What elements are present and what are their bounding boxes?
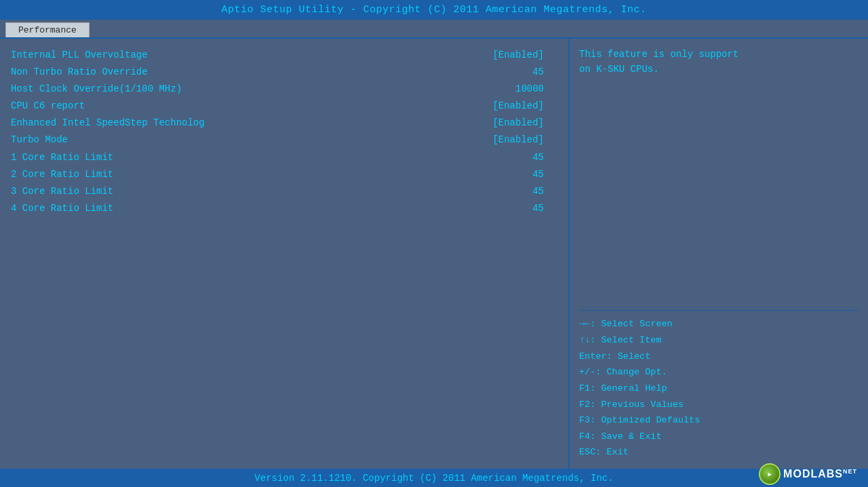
- performance-tab[interactable]: Performance: [5, 22, 90, 37]
- item-value-0: [Enabled]: [492, 47, 557, 63]
- menu-item-8[interactable]: 3 Core Ratio Limit45: [11, 183, 557, 200]
- logo-circle: ▶: [759, 463, 781, 485]
- key-help-item-1: ↑↓: Select Item: [579, 332, 859, 349]
- divider: [579, 310, 859, 311]
- key-help-item-6: F3: Optimized Defaults: [579, 412, 859, 429]
- left-panel: Internal PLL Overvoltage[Enabled]Non Tur…: [0, 39, 570, 469]
- item-name-4: Enhanced Intel SpeedStep Technolog: [11, 115, 205, 131]
- help-text: This feature is only supporton K-SKU CPU…: [579, 47, 859, 305]
- menu-item-3[interactable]: CPU C6 report[Enabled]: [11, 98, 557, 115]
- item-name-1: Non Turbo Ratio Override: [11, 64, 148, 80]
- tab-row: Performance: [0, 20, 868, 39]
- menu-item-5[interactable]: Turbo Mode[Enabled]: [11, 132, 557, 149]
- item-name-9: 4 Core Ratio Limit: [11, 201, 113, 216]
- menu-item-6[interactable]: 1 Core Ratio Limit45: [11, 149, 557, 166]
- menu-item-1[interactable]: Non Turbo Ratio Override45: [11, 64, 557, 81]
- right-panel: This feature is only supporton K-SKU CPU…: [570, 39, 868, 469]
- header-bar: Aptio Setup Utility - Copyright (C) 2011…: [0, 0, 868, 20]
- key-help-item-5: F2: Previous Values: [579, 397, 859, 413]
- key-help-item-7: F4: Save & Exit: [579, 429, 859, 445]
- item-name-8: 3 Core Ratio Limit: [11, 184, 113, 199]
- item-value-2: 10000: [515, 81, 557, 97]
- menu-item-2[interactable]: Host Clock Override(1/100 MHz)10000: [11, 81, 557, 98]
- item-name-3: CPU C6 report: [11, 98, 85, 114]
- item-name-6: 1 Core Ratio Limit: [11, 150, 113, 165]
- key-help: →←: Select Screen↑↓: Select ItemEnter: S…: [579, 316, 859, 461]
- header-title: Aptio Setup Utility - Copyright (C) 2011…: [221, 4, 646, 16]
- item-name-7: 2 Core Ratio Limit: [11, 167, 113, 182]
- key-help-item-3: +/-: Change Opt.: [579, 364, 859, 381]
- item-value-3: [Enabled]: [492, 98, 557, 114]
- menu-item-7[interactable]: 2 Core Ratio Limit45: [11, 166, 557, 183]
- item-name-0: Internal PLL Overvoltage: [11, 47, 148, 63]
- item-name-5: Turbo Mode: [11, 132, 68, 148]
- item-value-8: 45: [532, 184, 557, 199]
- footer-text: Version 2.11.1210. Copyright (C) 2011 Am…: [254, 473, 613, 484]
- logo-text: MODLABSNET: [783, 468, 857, 480]
- key-help-item-8: ESC: Exit: [579, 444, 859, 461]
- menu-item-0[interactable]: Internal PLL Overvoltage[Enabled]: [11, 47, 557, 64]
- main-area: Internal PLL Overvoltage[Enabled]Non Tur…: [0, 39, 868, 469]
- key-help-item-0: →←: Select Screen: [579, 316, 859, 332]
- item-value-5: [Enabled]: [492, 132, 557, 148]
- footer-logo: ▶ MODLABSNET: [759, 463, 857, 485]
- key-help-item-4: F1: General Help: [579, 381, 859, 397]
- key-help-item-2: Enter: Select: [579, 349, 859, 365]
- item-value-1: 45: [532, 64, 557, 80]
- item-name-2: Host Clock Override(1/100 MHz): [11, 81, 182, 97]
- menu-item-9[interactable]: 4 Core Ratio Limit45: [11, 200, 557, 217]
- footer-bar: Version 2.11.1210. Copyright (C) 2011 Am…: [0, 469, 868, 487]
- item-value-4: [Enabled]: [492, 115, 557, 131]
- item-value-7: 45: [532, 167, 557, 182]
- menu-item-4[interactable]: Enhanced Intel SpeedStep Technolog[Enabl…: [11, 115, 557, 132]
- item-value-6: 45: [532, 150, 557, 165]
- item-value-9: 45: [532, 201, 557, 216]
